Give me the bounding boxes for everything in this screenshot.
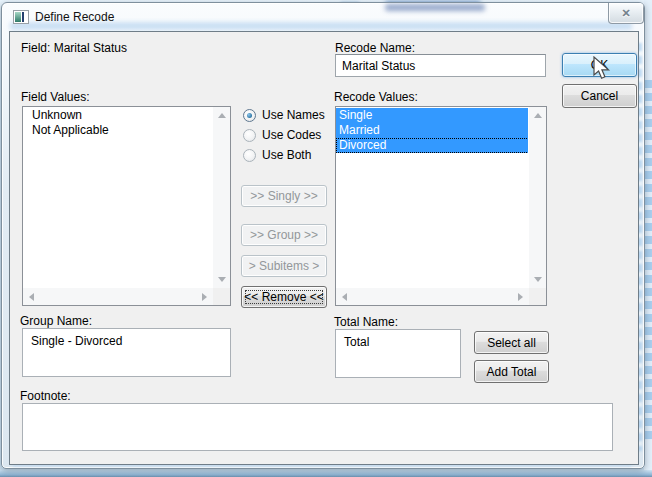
- close-icon: ✕: [621, 8, 630, 19]
- radio-unselected-icon: [243, 129, 256, 142]
- select-all-button[interactable]: Select all: [474, 331, 549, 354]
- list-item[interactable]: Divorced: [336, 138, 529, 153]
- field-value-text: Marital Status: [54, 41, 127, 55]
- list-item[interactable]: Single: [336, 108, 529, 123]
- scrollbar-corner: [213, 288, 230, 305]
- radio-label: Use Names: [262, 108, 325, 122]
- singly-button[interactable]: >> Singly >>: [241, 185, 327, 207]
- group-button[interactable]: >> Group >>: [241, 224, 327, 246]
- radio-label: Use Codes: [262, 128, 321, 142]
- remove-button[interactable]: << Remove <<: [241, 286, 327, 308]
- scroll-down-arrow[interactable]: [213, 271, 230, 288]
- field-label-text: Field:: [21, 41, 50, 55]
- field-label: Field: Marital Status: [21, 41, 127, 55]
- radio-use-codes[interactable]: Use Codes: [243, 128, 321, 142]
- field-values-label: Field Values:: [21, 90, 89, 104]
- footnote-label: Footnote:: [20, 389, 71, 403]
- vertical-scrollbar[interactable]: [212, 107, 230, 288]
- right-triangle-icon: [518, 293, 523, 301]
- scroll-left-arrow[interactable]: [23, 288, 40, 305]
- recode-name-input[interactable]: [335, 54, 546, 77]
- radio-label: Use Both: [262, 148, 311, 162]
- titlebar[interactable]: Define Recode: [2, 3, 644, 31]
- scroll-up-arrow[interactable]: [529, 107, 546, 124]
- list-item[interactable]: Married: [336, 123, 529, 138]
- scroll-down-arrow[interactable]: [529, 271, 546, 288]
- scrollbar-corner: [529, 288, 546, 305]
- radio-use-both[interactable]: Use Both: [243, 148, 311, 162]
- background-scrollbar-fragment: [644, 80, 652, 440]
- scroll-right-arrow[interactable]: [512, 288, 529, 305]
- radio-use-names[interactable]: Use Names: [243, 108, 325, 122]
- window-title: Define Recode: [35, 10, 114, 24]
- list-item[interactable]: Unknown: [23, 108, 213, 123]
- horizontal-scrollbar[interactable]: [336, 287, 529, 305]
- field-values-listbox[interactable]: Unknown Not Applicable: [22, 106, 231, 306]
- left-triangle-icon: [29, 293, 34, 301]
- list-item[interactable]: Not Applicable: [23, 123, 213, 138]
- subitems-button[interactable]: > Subitems >: [241, 255, 327, 277]
- mouse-cursor: [592, 56, 612, 82]
- vertical-scrollbar[interactable]: [528, 107, 546, 288]
- cancel-button[interactable]: Cancel: [562, 84, 637, 108]
- up-triangle-icon: [218, 113, 226, 118]
- up-triangle-icon: [534, 113, 542, 118]
- total-name-box[interactable]: Total: [335, 329, 461, 378]
- recode-values-label: Recode Values:: [334, 90, 418, 104]
- radio-selected-icon: [243, 109, 256, 122]
- scroll-up-arrow[interactable]: [213, 107, 230, 124]
- total-name-label: Total Name:: [334, 315, 398, 329]
- close-button[interactable]: ✕: [608, 3, 644, 24]
- recode-name-label: Recode Name:: [335, 41, 415, 55]
- footnote-box[interactable]: [22, 403, 613, 451]
- dialog-client-area: Field: Marital Status Recode Name: OK Ca…: [9, 31, 639, 465]
- define-recode-dialog: Define Recode ✕ Field: Marital Status Re…: [1, 2, 645, 469]
- left-triangle-icon: [342, 293, 347, 301]
- scroll-left-arrow[interactable]: [336, 288, 353, 305]
- right-triangle-icon: [202, 293, 207, 301]
- background-bottom-edge: [0, 470, 652, 477]
- recode-values-listbox[interactable]: Single Married Divorced: [335, 106, 547, 306]
- scroll-right-arrow[interactable]: [196, 288, 213, 305]
- add-total-button[interactable]: Add Total: [474, 360, 549, 383]
- recode-values-items: Single Married Divorced: [336, 108, 529, 288]
- radio-unselected-icon: [243, 149, 256, 162]
- down-triangle-icon: [534, 277, 542, 282]
- group-name-box[interactable]: Single - Divorced: [22, 328, 231, 377]
- down-triangle-icon: [218, 277, 226, 282]
- group-name-label: Group Name:: [20, 314, 92, 328]
- app-icon: [13, 10, 29, 24]
- horizontal-scrollbar[interactable]: [23, 287, 213, 305]
- field-values-items: Unknown Not Applicable: [23, 108, 213, 288]
